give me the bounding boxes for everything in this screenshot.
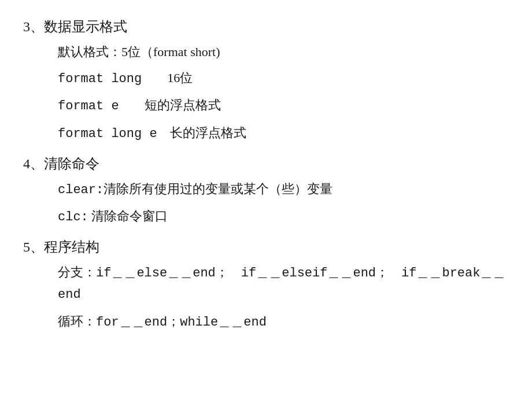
section-3-title: 3、数据显示格式: [23, 17, 509, 36]
section-5-title: 5、程序结构: [23, 238, 509, 256]
line-5-1: 分支：if＿＿else＿＿end； if＿＿elseif＿＿end； if＿＿b…: [58, 262, 509, 305]
page-content: 3、数据显示格式 默认格式：5位（format short) format lo…: [23, 17, 509, 332]
line-4-2: clc: 清除命令窗口: [58, 206, 509, 227]
section-5-content: 分支：if＿＿else＿＿end； if＿＿elseif＿＿end； if＿＿b…: [23, 262, 509, 332]
section-3-content: 默认格式：5位（format short) format long 16位 fo…: [23, 42, 509, 144]
section-4-content: clear:清除所有使用过的变量或某个（些）变量 clc: 清除命令窗口: [23, 179, 509, 227]
section-3: 3、数据显示格式 默认格式：5位（format short) format lo…: [23, 17, 509, 144]
section-5: 5、程序结构 分支：if＿＿else＿＿end； if＿＿elseif＿＿end…: [23, 238, 509, 332]
line-4-1: clear:清除所有使用过的变量或某个（些）变量: [58, 179, 509, 200]
section-4: 4、清除命令 clear:清除所有使用过的变量或某个（些）变量 clc: 清除命…: [23, 154, 509, 227]
line-3-3: format e 短的浮点格式: [58, 95, 509, 116]
line-3-4: format long e 长的浮点格式: [58, 123, 509, 144]
line-3-2: format long 16位: [58, 68, 509, 89]
section-4-title: 4、清除命令: [23, 154, 509, 173]
line-3-1: 默认格式：5位（format short): [58, 42, 509, 62]
line-5-2: 循环：for＿＿end；while＿＿end: [58, 311, 509, 332]
